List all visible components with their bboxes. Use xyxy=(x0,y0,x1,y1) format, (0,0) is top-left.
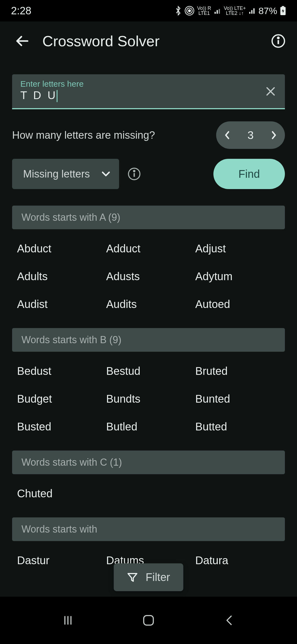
word-grid: BedustBestudBrutedBudgetBundtsBuntedBust… xyxy=(12,352,285,446)
app-header: Crossword Solver xyxy=(0,21,297,63)
result-word[interactable]: Butled xyxy=(106,421,193,433)
missing-stepper: 3 xyxy=(216,121,285,149)
back-button[interactable] xyxy=(14,33,30,49)
result-word[interactable]: Bedust xyxy=(17,365,103,377)
mode-dropdown[interactable]: Missing letters xyxy=(12,159,119,189)
stepper-decrease[interactable] xyxy=(216,121,238,149)
section-header: Words starts with A (9) xyxy=(12,206,285,229)
result-word[interactable]: Adjust xyxy=(195,242,282,255)
filter-icon xyxy=(127,572,138,583)
status-indicators: Vo)) R LTE1 Vo)) LTE+ LTE2 ↓↑ 87% xyxy=(175,6,286,16)
mode-info-button[interactable] xyxy=(126,166,142,182)
svg-rect-3 xyxy=(282,6,284,7)
section-header: Words starts with B (9) xyxy=(12,328,285,352)
find-button[interactable]: Find xyxy=(213,159,285,189)
filter-label: Filter xyxy=(146,571,170,583)
battery-text: 87% xyxy=(258,6,277,16)
results-list: Words starts with A (9)AbductAdductAdjus… xyxy=(12,206,285,580)
nav-back[interactable] xyxy=(213,609,246,631)
clear-input-button[interactable] xyxy=(265,85,277,97)
nav-recent[interactable] xyxy=(51,609,84,631)
result-word[interactable]: Autoed xyxy=(195,298,282,310)
input-label: Enter letters here xyxy=(20,79,277,89)
result-word[interactable]: Chuted xyxy=(17,487,103,500)
result-word[interactable]: Adytum xyxy=(195,270,282,283)
input-value: T D U xyxy=(20,89,277,102)
svg-point-0 xyxy=(188,10,191,12)
result-word[interactable]: Dastur xyxy=(17,554,103,567)
result-word[interactable]: Bunted xyxy=(195,393,282,405)
signal1-icon xyxy=(214,7,221,14)
info-button[interactable] xyxy=(271,33,286,49)
status-time: 2:28 xyxy=(11,5,31,17)
hotspot-icon xyxy=(185,6,194,16)
nav-home[interactable] xyxy=(132,609,165,631)
result-word[interactable]: Adusts xyxy=(106,270,193,283)
missing-question: How many letters are missing? xyxy=(12,129,211,141)
svg-rect-16 xyxy=(144,616,153,625)
status-bar: 2:28 Vo)) R LTE1 Vo)) LTE+ LTE2 ↓↑ 87% xyxy=(0,0,297,21)
result-word[interactable]: Adults xyxy=(17,270,103,283)
sim2-indicator: Vo)) LTE+ LTE2 ↓↑ xyxy=(224,6,246,16)
stepper-increase[interactable] xyxy=(263,121,285,149)
section-header: Words starts with C (1) xyxy=(12,451,285,474)
sim1-indicator: Vo)) R LTE1 xyxy=(197,6,211,16)
result-word[interactable]: Audits xyxy=(106,298,193,310)
result-word[interactable]: Bestud xyxy=(106,365,193,377)
chevron-down-icon xyxy=(101,171,111,177)
result-word[interactable]: Abduct xyxy=(17,242,103,255)
result-word[interactable]: Adduct xyxy=(106,242,193,255)
result-word[interactable]: Butted xyxy=(195,421,282,433)
stepper-value: 3 xyxy=(238,129,263,141)
result-word[interactable]: Bruted xyxy=(195,365,282,377)
page-title: Crossword Solver xyxy=(42,32,258,50)
result-word[interactable]: Audist xyxy=(17,298,103,310)
system-navbar xyxy=(0,597,297,644)
bluetooth-icon xyxy=(175,6,182,16)
dropdown-label: Missing letters xyxy=(23,168,90,180)
word-grid: AbductAdductAdjustAdultsAdustsAdytumAudi… xyxy=(12,229,285,324)
filter-button[interactable]: Filter xyxy=(114,563,183,591)
result-word[interactable]: Busted xyxy=(17,421,103,433)
signal2-icon xyxy=(249,7,256,14)
section-header: Words starts with xyxy=(12,517,285,541)
result-word[interactable]: Budget xyxy=(17,393,103,405)
result-word[interactable]: Bundts xyxy=(106,393,193,405)
battery-icon xyxy=(280,6,286,15)
letters-input[interactable]: Enter letters here T D U xyxy=(12,74,285,109)
result-word[interactable]: Datura xyxy=(195,554,282,567)
word-grid: Chuted xyxy=(12,474,285,513)
svg-point-6 xyxy=(277,37,279,39)
svg-point-11 xyxy=(133,170,135,172)
